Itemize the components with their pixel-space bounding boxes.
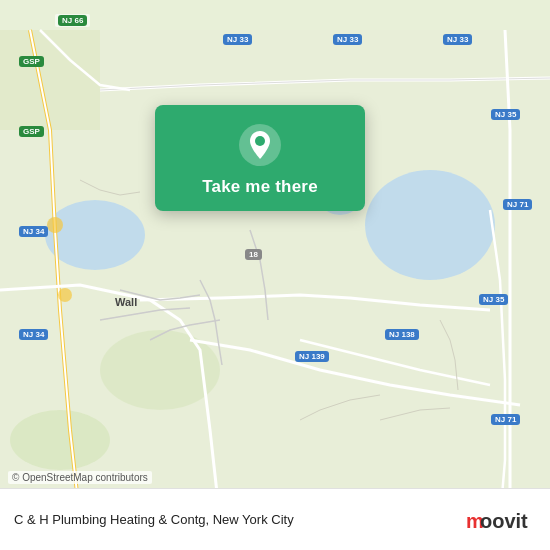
svg-point-2 (365, 170, 495, 280)
svg-point-10 (255, 136, 265, 146)
road-label-nj33b: NJ 33 (330, 33, 365, 46)
road-label-nj71b: NJ 71 (488, 413, 523, 426)
navigation-card: Take me there (155, 105, 365, 211)
road-label-18: 18 (242, 248, 265, 261)
road-label-wall: Wall (112, 295, 140, 309)
road-label-nj66: NJ 66 (55, 14, 90, 27)
business-name: C & H Plumbing Heating & Contg, New York… (14, 512, 294, 527)
svg-point-8 (58, 288, 72, 302)
road-label-nj138: NJ 138 (382, 328, 422, 341)
road-label-gsp2: GSP (16, 125, 47, 138)
road-label-gsp1: GSP (16, 55, 47, 68)
map-container: NJ 66 GSP NJ 33 NJ 33 NJ 33 NJ 35 GSP NJ… (0, 0, 550, 550)
road-label-nj71a: NJ 71 (500, 198, 535, 211)
moovit-logo: m oovit (466, 506, 536, 534)
svg-text:oovit: oovit (480, 510, 528, 532)
business-info: C & H Plumbing Heating & Contg, New York… (14, 512, 294, 527)
moovit-logo-icon: m oovit (466, 506, 536, 534)
bottom-bar: C & H Plumbing Heating & Contg, New York… (0, 488, 550, 550)
svg-point-1 (45, 200, 145, 270)
take-me-there-button[interactable]: Take me there (202, 177, 318, 197)
svg-rect-4 (0, 30, 100, 130)
map-attribution: © OpenStreetMap contributors (8, 471, 152, 484)
road-label-nj33a: NJ 33 (220, 33, 255, 46)
road-label-nj35b: NJ 35 (476, 293, 511, 306)
road-label-nj34a: NJ 34 (16, 225, 51, 238)
location-pin-icon (238, 123, 282, 167)
road-label-nj34b: NJ 34 (16, 328, 51, 341)
road-label-nj139: NJ 139 (292, 350, 332, 363)
svg-point-6 (10, 410, 110, 470)
road-label-nj33c: NJ 33 (440, 33, 475, 46)
road-label-nj35a: NJ 35 (488, 108, 523, 121)
